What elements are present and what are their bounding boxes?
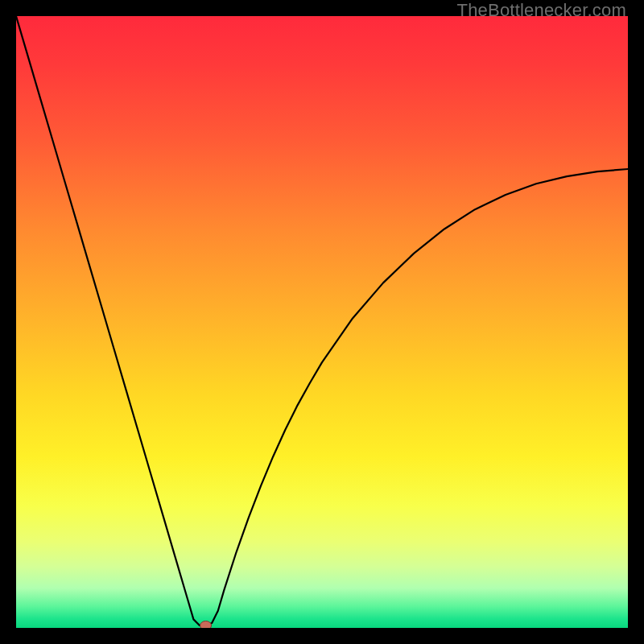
bottleneck-chart (16, 16, 628, 628)
chart-frame (16, 16, 628, 628)
gradient-background (16, 16, 628, 628)
optimal-point-marker (200, 621, 212, 628)
